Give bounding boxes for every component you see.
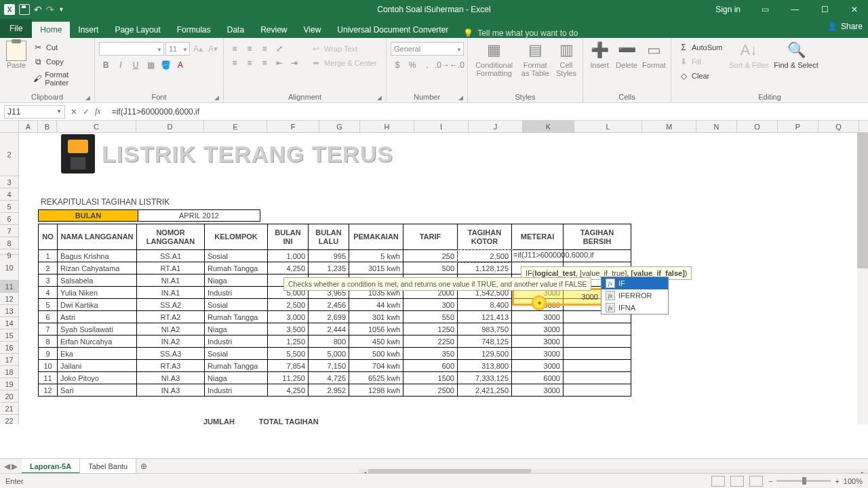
sort-filter-button[interactable]: A↓Sort & Filter xyxy=(726,39,771,70)
sheet-nav-next-icon[interactable]: ▶ xyxy=(12,462,18,471)
page-break-view-icon[interactable] xyxy=(749,476,763,487)
column-header[interactable]: D xyxy=(136,121,204,132)
paste-button[interactable]: Paste xyxy=(3,39,30,70)
column-header[interactable]: I xyxy=(414,121,469,132)
delete-cells-button[interactable]: ➖Delete xyxy=(613,39,640,70)
currency-icon[interactable]: $ xyxy=(391,58,404,72)
add-sheet-button[interactable]: ⊕ xyxy=(136,462,151,471)
row-header[interactable]: 18 xyxy=(0,366,18,378)
row-header[interactable]: 5 xyxy=(0,201,18,213)
underline-icon[interactable]: U xyxy=(129,58,142,72)
column-header[interactable]: C xyxy=(57,121,136,132)
clear-button[interactable]: ◇Clear xyxy=(675,69,725,83)
dialog-launcher-icon[interactable]: ◢ xyxy=(214,94,219,101)
tab-file[interactable]: File xyxy=(0,19,32,38)
tab-insert[interactable]: Insert xyxy=(70,22,106,38)
tab-data[interactable]: Data xyxy=(219,22,252,38)
dialog-launcher-icon[interactable]: ◢ xyxy=(377,94,382,101)
increase-indent-icon[interactable]: ⇥ xyxy=(288,56,301,70)
align-bottom-icon[interactable]: ≡ xyxy=(258,42,271,56)
sheet-nav-prev-icon[interactable]: ◀ xyxy=(4,462,10,471)
row-header[interactable]: 17 xyxy=(0,354,18,366)
font-color-icon[interactable]: A xyxy=(174,58,187,72)
table-row[interactable]: 12SariIN.A3Industri4,2502,9521298 kwh250… xyxy=(39,384,631,396)
dialog-launcher-icon[interactable]: ◢ xyxy=(458,94,463,101)
cell-styles-button[interactable]: ▥Cell Styles xyxy=(553,39,580,79)
tab-review[interactable]: Review xyxy=(252,22,295,38)
align-middle-icon[interactable]: ≡ xyxy=(243,42,256,56)
column-header[interactable]: H xyxy=(360,121,414,132)
font-size-select[interactable]: 11▼ xyxy=(165,42,190,56)
find-select-button[interactable]: 🔍Find & Select xyxy=(771,39,821,70)
row-header[interactable]: 20 xyxy=(0,390,18,403)
italic-icon[interactable]: I xyxy=(114,58,127,72)
formula-autocomplete[interactable]: fxIF fxIFERROR fxIFNA xyxy=(601,277,669,314)
align-center-icon[interactable]: ≡ xyxy=(243,56,256,70)
fill-color-icon[interactable]: 🪣 xyxy=(159,58,172,72)
table-row[interactable]: 1Bagus KrishnaSS.A1Sosial1,0009955 kwh25… xyxy=(39,250,631,262)
table-row[interactable]: 6AstriRT.A2Rumah Tangga3,0002,699301 kwh… xyxy=(39,311,631,323)
row-header[interactable]: 21 xyxy=(0,403,18,415)
row-header[interactable]: 13 xyxy=(0,305,18,317)
share-button[interactable]: 👤Share xyxy=(827,22,863,31)
row-header[interactable]: 7 xyxy=(0,225,18,237)
page-layout-view-icon[interactable] xyxy=(730,476,744,487)
comma-icon[interactable]: , xyxy=(420,58,434,72)
autocomplete-item[interactable]: fxIFNA xyxy=(601,302,668,314)
align-right-icon[interactable]: ≡ xyxy=(258,56,271,70)
bold-icon[interactable]: B xyxy=(99,58,113,72)
fill-button[interactable]: ⬇Fill xyxy=(675,55,725,68)
column-header[interactable]: N xyxy=(696,121,737,132)
select-all-cells[interactable] xyxy=(0,121,19,132)
ribbon-display-icon[interactable]: ▭ xyxy=(751,0,778,19)
zoom-out-icon[interactable]: − xyxy=(768,477,772,485)
column-header[interactable]: P xyxy=(778,121,818,132)
tab-view[interactable]: View xyxy=(296,22,330,38)
maximize-icon[interactable]: ☐ xyxy=(811,0,838,19)
align-top-icon[interactable]: ≡ xyxy=(228,42,241,56)
column-header[interactable]: B xyxy=(38,121,57,132)
format-as-table-button[interactable]: ▤Format as Table xyxy=(517,39,553,79)
tellme-search[interactable]: 💡Tell me what you want to do xyxy=(463,28,578,38)
table-row[interactable]: 8Erfan NurcahyaIN.A2Industri1,250800450 … xyxy=(39,336,631,348)
autosum-button[interactable]: ΣAutoSum xyxy=(675,41,725,54)
fx-icon[interactable]: fx xyxy=(95,106,101,117)
dialog-launcher-icon[interactable]: ◢ xyxy=(85,94,90,101)
row-header[interactable]: 11 xyxy=(0,281,18,293)
decrease-indent-icon[interactable]: ⇤ xyxy=(273,56,286,70)
minimize-icon[interactable]: — xyxy=(781,0,808,19)
column-header[interactable]: Q xyxy=(818,121,859,132)
copy-button[interactable]: ⧉Copy xyxy=(30,55,92,68)
tab-home[interactable]: Home xyxy=(32,22,70,38)
border-icon[interactable]: ▦ xyxy=(144,58,157,72)
tab-formulas[interactable]: Formulas xyxy=(169,22,219,38)
decrease-decimal-icon[interactable]: ←.0 xyxy=(450,58,464,72)
percent-icon[interactable]: % xyxy=(406,58,419,72)
column-header[interactable]: M xyxy=(642,121,696,132)
row-header[interactable]: 14 xyxy=(0,317,18,329)
table-row[interactable]: 10JailaniRT.A3Rumah Tangga7,8547,150704 … xyxy=(39,360,631,372)
row-header[interactable]: 22 xyxy=(0,415,18,424)
table-row[interactable]: 9EkaSS.A3Sosial5,5005,000500 kwh350129,5… xyxy=(39,348,631,360)
row-header[interactable]: 16 xyxy=(0,342,18,354)
name-box[interactable]: J11▼ xyxy=(4,105,65,119)
row-header[interactable]: 19 xyxy=(0,378,18,390)
row-header[interactable]: 15 xyxy=(0,329,18,342)
accept-formula-icon[interactable]: ✓ xyxy=(83,107,90,117)
tab-udc[interactable]: Universal Document Converter xyxy=(329,22,456,38)
row-header[interactable]: 4 xyxy=(0,188,18,201)
column-header[interactable]: E xyxy=(204,121,267,132)
autocomplete-item[interactable]: fxIF xyxy=(601,277,668,289)
cancel-formula-icon[interactable]: ✕ xyxy=(71,107,77,117)
row-header[interactable]: 12 xyxy=(0,293,18,305)
number-format-select[interactable]: General▼ xyxy=(391,42,464,56)
cut-button[interactable]: ✂Cut xyxy=(30,41,92,54)
save-icon[interactable] xyxy=(19,4,30,15)
column-header[interactable]: O xyxy=(737,121,778,132)
format-cells-button[interactable]: ▭Format xyxy=(640,39,668,70)
font-name-select[interactable]: ▼ xyxy=(99,42,164,56)
column-header[interactable]: J xyxy=(469,121,523,132)
signin-link[interactable]: Sign in xyxy=(715,5,741,14)
row-header[interactable]: 6 xyxy=(0,213,18,225)
orientation-icon[interactable]: ⤢ xyxy=(273,42,286,56)
